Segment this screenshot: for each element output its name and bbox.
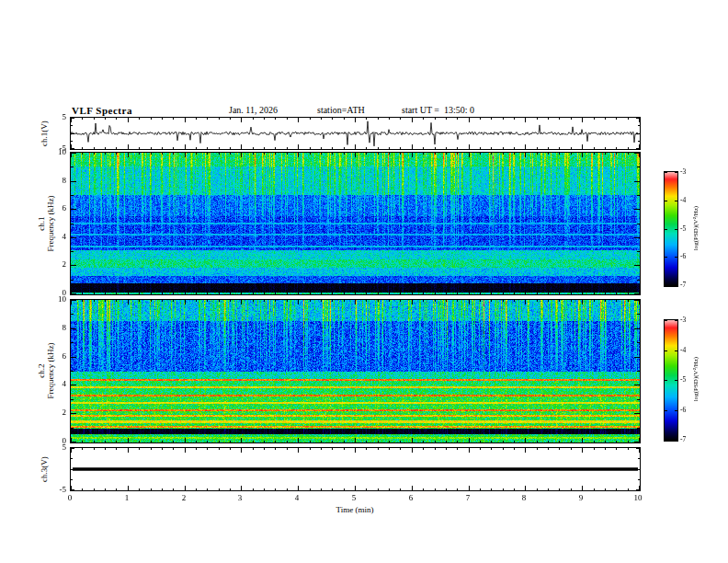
colorbar-tick-label: -3 [680, 167, 697, 177]
tick-mark [638, 458, 640, 459]
tick-mark [105, 118, 106, 120]
tick-mark [636, 133, 640, 134]
tick-mark [675, 350, 677, 351]
tick-mark [207, 441, 208, 442]
colorbar-tick-label: -6 [680, 252, 697, 261]
tick-mark [207, 300, 208, 302]
tick-mark [480, 153, 481, 155]
tick-mark [503, 300, 504, 302]
tick-mark [594, 147, 595, 149]
tick-mark [503, 441, 504, 442]
tick-mark [435, 153, 436, 155]
tick-mark [116, 147, 117, 149]
tick-mark [71, 314, 74, 315]
tick-mark [582, 438, 583, 442]
tick-mark [185, 144, 186, 149]
tick-mark [378, 293, 379, 294]
tick-mark [298, 153, 299, 157]
tick-mark [378, 118, 379, 120]
tick-mark [185, 300, 186, 304]
tick-mark [469, 153, 470, 157]
tick-mark [355, 290, 356, 294]
tick-mark [628, 488, 629, 490]
tick-mark [480, 118, 481, 120]
tick-mark [162, 441, 163, 442]
tick-mark [162, 293, 163, 294]
tick-mark [139, 147, 140, 149]
tick-mark [514, 488, 515, 490]
colorbar-tick-label: -6 [680, 406, 697, 415]
tick-mark [638, 125, 640, 126]
tick-mark [298, 290, 299, 294]
tick-mark [264, 488, 265, 490]
tick-mark [594, 488, 595, 490]
tick-mark [537, 300, 538, 302]
tick-mark [637, 280, 640, 281]
tick-mark [71, 153, 76, 154]
tick-mark [665, 285, 667, 286]
tick-mark [94, 147, 95, 149]
date-label: Jan. 11, 2026 [229, 105, 278, 115]
tick-mark [491, 441, 492, 442]
tick-mark [230, 293, 231, 294]
tick-mark [525, 144, 526, 149]
colorbar-ch2 [664, 319, 678, 442]
tick-mark [389, 441, 390, 442]
tick-mark [116, 118, 117, 120]
tick-mark [82, 300, 83, 302]
tick-mark [230, 153, 231, 155]
tick-mark [665, 172, 667, 173]
tick-mark [71, 133, 74, 134]
tick-mark [128, 118, 129, 122]
tick-mark [287, 153, 288, 155]
tick-mark [139, 293, 140, 294]
tick-mark [275, 300, 276, 302]
tick-mark [637, 399, 640, 400]
tick-mark [71, 479, 73, 480]
tick-mark [378, 441, 379, 442]
tick-mark [594, 118, 595, 120]
tick-mark [423, 118, 424, 120]
tick-mark [480, 441, 481, 442]
tick-mark [71, 293, 76, 294]
tick-mark [559, 118, 560, 120]
tick-mark [457, 118, 458, 120]
tick-mark [469, 486, 470, 490]
tick-mark [287, 441, 288, 442]
freq-tick-label: 4 [42, 379, 66, 388]
tick-mark [634, 442, 640, 442]
tick-mark [139, 488, 140, 490]
tick-mark [605, 300, 606, 302]
tick-mark [298, 448, 299, 453]
tick-mark [675, 440, 677, 441]
tick-mark [446, 488, 447, 490]
tick-mark [594, 441, 595, 442]
tick-mark [275, 448, 276, 450]
tick-mark [582, 486, 583, 490]
tick-mark [525, 448, 526, 453]
tick-mark [71, 413, 76, 414]
tick-mark [491, 147, 492, 149]
tick-mark [389, 448, 390, 450]
tick-mark [628, 147, 629, 149]
ch1-voltage-axis-text: ch.1(V) [40, 121, 49, 146]
tick-mark [594, 300, 595, 302]
tick-mark [480, 293, 481, 294]
tick-mark [634, 357, 640, 358]
tick-mark [559, 147, 560, 149]
tick-mark [548, 488, 549, 490]
tick-mark [71, 342, 74, 343]
tick-mark [196, 441, 197, 442]
time-tick-label: 10 [629, 493, 647, 502]
volt-tick-label: 5 [42, 442, 66, 452]
time-tick-label: 7 [459, 493, 477, 502]
tick-mark [219, 147, 220, 149]
tick-mark [435, 293, 436, 294]
tick-mark [71, 280, 74, 281]
time-tick-label: 1 [118, 493, 136, 502]
tick-mark [378, 153, 379, 155]
tick-mark [128, 448, 129, 453]
tick-mark [230, 118, 231, 120]
tick-mark [332, 293, 333, 294]
tick-mark [253, 448, 254, 450]
